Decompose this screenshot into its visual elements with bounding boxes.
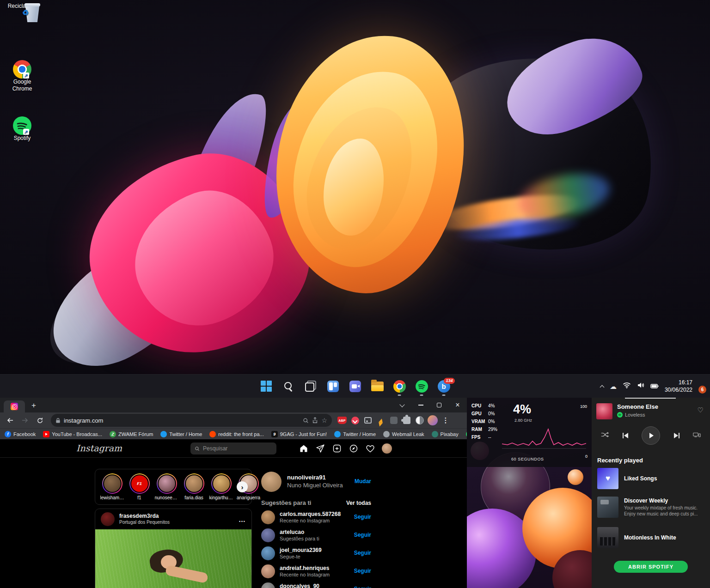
- playlist-discover-weekly[interactable]: Discover Weekly Your weekly mixtape of f…: [597, 497, 704, 518]
- tab-instagram[interactable]: [4, 400, 25, 412]
- forward-button[interactable]: [18, 414, 31, 427]
- stories-next-button[interactable]: ›: [237, 481, 248, 492]
- previous-track-button[interactable]: [623, 433, 628, 438]
- post-more-button[interactable]: …: [239, 515, 246, 523]
- taskbar-clock[interactable]: 16:17 30/06/2022: [665, 379, 692, 394]
- bookmark-reddit[interactable]: reddit: the front pa...: [209, 431, 263, 437]
- tab-search-button[interactable]: [393, 398, 411, 412]
- follow-button[interactable]: Seguir: [354, 532, 371, 538]
- profile-avatar[interactable]: [382, 443, 392, 454]
- play-button[interactable]: [642, 426, 660, 445]
- zoom-icon[interactable]: [303, 418, 309, 424]
- share-icon[interactable]: [312, 417, 318, 424]
- playlist-liked-songs[interactable]: ♥ Liked Songs: [597, 468, 704, 489]
- maximize-button[interactable]: [430, 398, 448, 412]
- shuffle-button[interactable]: [601, 431, 609, 440]
- minimize-button[interactable]: [411, 398, 430, 412]
- follow-button[interactable]: Seguir: [354, 586, 371, 588]
- search-button[interactable]: [277, 376, 300, 397]
- post-image[interactable]: Mulheres com: [95, 529, 251, 588]
- devices-button[interactable]: [693, 431, 701, 440]
- wifi-icon[interactable]: [623, 382, 631, 390]
- browser-menu-button[interactable]: ⋮: [440, 414, 451, 426]
- switch-account-link[interactable]: Mudar: [355, 478, 371, 485]
- post-location[interactable]: Portugal dos Pequenitos: [119, 520, 234, 526]
- bookmark-pixabay[interactable]: Pixabay: [432, 431, 459, 437]
- metric-vram[interactable]: VRAM 0%: [471, 418, 497, 425]
- suggestion-row[interactable]: carlos.marques.587268 Recente no Instagr…: [261, 510, 371, 524]
- address-bar[interactable]: instagram.com ☆: [51, 414, 332, 427]
- artist-motionless-in-white[interactable]: Motionless In White: [597, 527, 704, 548]
- task-view-button[interactable]: [300, 376, 322, 397]
- user-avatar[interactable]: [261, 472, 282, 492]
- battery-icon[interactable]: [650, 382, 659, 390]
- lightning-extension-icon[interactable]: [375, 414, 386, 426]
- notification-count-badge[interactable]: 6: [698, 386, 706, 394]
- post-author[interactable]: frasesdem3rda: [119, 513, 234, 520]
- open-spotify-button[interactable]: ABRIR SPOTIFY: [614, 561, 688, 573]
- instagram-search[interactable]: [190, 443, 276, 455]
- story-item[interactable]: nunoseemee: [155, 473, 178, 500]
- suggestion-row[interactable]: joel_moura2369 Segue-te Seguir: [261, 546, 371, 560]
- story-item[interactable]: kingarthus...: [210, 473, 233, 500]
- bookmark-zwame[interactable]: ZZWAME Fórum: [110, 431, 153, 437]
- pocket-extension-icon[interactable]: [349, 414, 361, 426]
- metric-fps[interactable]: FPS --: [471, 433, 497, 441]
- onedrive-cloud-icon[interactable]: ☁: [610, 383, 617, 390]
- search-input[interactable]: [203, 445, 268, 452]
- metric-ram[interactable]: RAM 29%: [471, 425, 497, 433]
- theme-extension-icon[interactable]: [414, 414, 425, 426]
- profile-avatar[interactable]: [427, 414, 438, 426]
- chat-button[interactable]: [344, 376, 366, 397]
- home-icon[interactable]: [299, 443, 309, 454]
- profile-username[interactable]: nunoliveira91: [287, 474, 343, 482]
- album-art[interactable]: [596, 403, 612, 419]
- follow-button[interactable]: Seguir: [354, 550, 371, 556]
- bookmark-youtube[interactable]: YouTube - Broadcas...: [43, 431, 102, 437]
- widgets-button[interactable]: [322, 376, 344, 397]
- instagram-logo[interactable]: Instagram: [76, 443, 122, 453]
- bookmark-twitter-2[interactable]: Twitter / Home: [334, 431, 376, 437]
- follow-button[interactable]: Seguir: [354, 514, 371, 520]
- reload-button[interactable]: [33, 414, 46, 427]
- bookmark-twitter[interactable]: Twitter / Home: [160, 431, 202, 437]
- suggestion-row[interactable]: dgoncalves_90 Segue-te Seguir: [261, 582, 371, 588]
- explore-icon[interactable]: [349, 443, 359, 454]
- suggestion-row[interactable]: artelucao Sugestões para ti Seguir: [261, 528, 371, 542]
- bookmark-facebook[interactable]: fFacebook: [5, 431, 36, 437]
- browser-taskbar-button[interactable]: b 134: [433, 376, 455, 397]
- adblock-extension-icon[interactable]: ABP: [337, 414, 348, 426]
- tray-overflow-chevron-icon[interactable]: [600, 385, 604, 389]
- story-item[interactable]: F1 f1: [128, 473, 151, 500]
- story-item[interactable]: faria.dias: [183, 473, 205, 500]
- suggestion-row[interactable]: andreiaf.henriques Recente no Instagram …: [261, 564, 371, 578]
- start-button[interactable]: [255, 376, 277, 397]
- like-track-button[interactable]: ♡: [698, 406, 704, 414]
- metric-cpu[interactable]: CPU 4%: [471, 402, 497, 410]
- chrome-taskbar-button[interactable]: [388, 376, 410, 397]
- spotify-taskbar-button[interactable]: [410, 376, 433, 397]
- screenshot-extension-icon[interactable]: [362, 414, 373, 426]
- post-author-avatar[interactable]: [101, 512, 115, 526]
- story-item[interactable]: lewishamilt...: [101, 473, 123, 500]
- volume-icon[interactable]: [637, 382, 644, 390]
- bookmark-star-icon[interactable]: ☆: [321, 417, 327, 424]
- file-explorer-button[interactable]: [366, 376, 388, 397]
- see-all-link[interactable]: Ver todas: [346, 500, 371, 506]
- next-track-button[interactable]: [674, 433, 679, 438]
- create-post-icon[interactable]: [332, 443, 342, 454]
- new-tab-button[interactable]: +: [28, 400, 40, 412]
- follow-button[interactable]: Seguir: [354, 568, 371, 574]
- track-title[interactable]: Someone Else: [617, 403, 658, 411]
- extensions-puzzle-icon[interactable]: [401, 414, 412, 426]
- back-button[interactable]: [4, 414, 17, 427]
- desktop-icon-chrome[interactable]: ↗ Google Chrome: [3, 59, 42, 92]
- messenger-icon[interactable]: [315, 443, 325, 454]
- desktop-icon-spotify[interactable]: ↗ Spotify: [3, 115, 42, 142]
- generic-extension-icon[interactable]: [388, 414, 399, 426]
- activity-heart-icon[interactable]: [365, 443, 375, 454]
- close-button[interactable]: ×: [448, 398, 467, 412]
- track-artist[interactable]: Loveless: [625, 412, 645, 418]
- bookmark-webmail[interactable]: Webmail Leak: [383, 431, 424, 437]
- desktop-icon-recycle-bin[interactable]: ♻ Reciclagem: [3, 3, 42, 10]
